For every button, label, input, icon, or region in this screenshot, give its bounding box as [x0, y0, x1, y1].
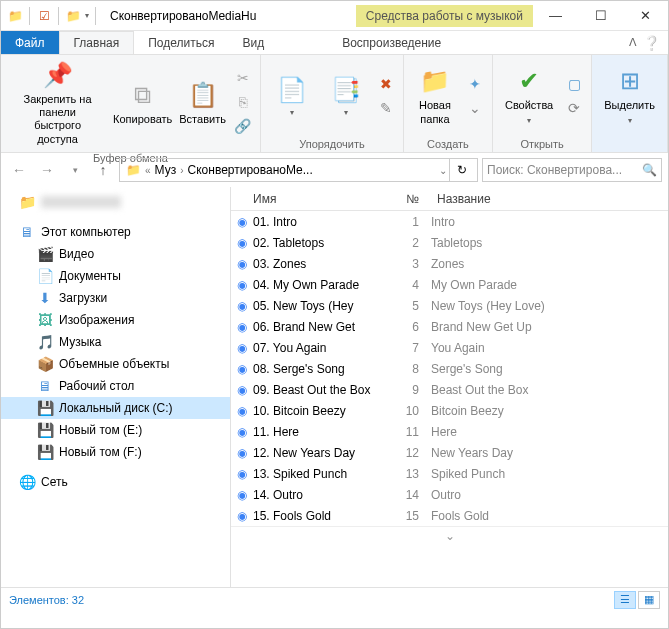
file-list[interactable]: Имя № Название ◉01. Intro1Intro◉02. Tabl…	[231, 187, 668, 587]
audio-file-icon: ◉	[231, 341, 249, 355]
moveto-icon: 📄	[276, 74, 308, 106]
chevron-icon[interactable]: ›	[178, 165, 185, 176]
collapse-ribbon-icon[interactable]: ᐱ	[629, 36, 637, 49]
file-name: 11. Here	[249, 425, 391, 439]
tree-item-desktop[interactable]: 🖥 Рабочий стол	[1, 375, 230, 397]
file-rows: ◉01. Intro1Intro◉02. Tabletops2Tabletops…	[231, 211, 668, 526]
picture-icon: 🖼	[37, 312, 53, 328]
easy-access-icon[interactable]: ⌄	[464, 97, 486, 119]
breadcrumb-seg[interactable]: Муз	[153, 163, 179, 177]
maximize-button[interactable]: ☐	[578, 1, 623, 31]
column-number[interactable]: №	[391, 192, 431, 206]
file-row[interactable]: ◉08. Serge's Song8Serge's Song	[231, 358, 668, 379]
icons-view-button[interactable]: ▦	[638, 591, 660, 609]
close-button[interactable]: ✕	[623, 1, 668, 31]
search-box[interactable]: Поиск: Сконвертирова... 🔍	[482, 158, 662, 182]
paste-button[interactable]: 📋 Вставить	[177, 77, 228, 128]
file-row[interactable]: ◉13. Spiked Punch13Spiked Punch	[231, 463, 668, 484]
minimize-button[interactable]: —	[533, 1, 578, 31]
tree-item-videos[interactable]: 🎬 Видео	[1, 243, 230, 265]
chevron-down-icon: ▾	[290, 108, 294, 117]
up-button[interactable]: ↑	[91, 158, 115, 182]
file-name: 09. Beast Out the Box	[249, 383, 391, 397]
copy-button[interactable]: ⧉ Копировать	[112, 77, 173, 128]
copy-path-icon[interactable]: ⎘	[232, 91, 254, 113]
refresh-button[interactable]: ↻	[449, 159, 473, 181]
chevron-icon[interactable]: ⌄	[437, 165, 449, 176]
open-icon[interactable]: ▢	[563, 73, 585, 95]
file-row[interactable]: ◉05. New Toys (Hey5New Toys (Hey Love)	[231, 295, 668, 316]
file-row[interactable]: ◉02. Tabletops2Tabletops	[231, 232, 668, 253]
recent-dropdown[interactable]: ▾	[63, 158, 87, 182]
file-row[interactable]: ◉12. New Years Day12New Years Day	[231, 442, 668, 463]
select-button[interactable]: ⊞ Выделить ▾	[598, 63, 661, 127]
file-title: Intro	[431, 215, 668, 229]
breadcrumb-seg[interactable]: СконвертированоМе...	[186, 163, 315, 177]
tab-view[interactable]: Вид	[228, 31, 278, 54]
file-title: You Again	[431, 341, 668, 355]
paste-icon: 📋	[187, 79, 219, 111]
tree-item-local-disk[interactable]: 💾 Локальный диск (C:)	[1, 397, 230, 419]
back-button[interactable]: ←	[7, 158, 31, 182]
tab-playback[interactable]: Воспроизведение	[328, 31, 455, 54]
tree-item-3dobjects[interactable]: 📦 Объемные объекты	[1, 353, 230, 375]
tree-item-documents[interactable]: 📄 Документы	[1, 265, 230, 287]
scroll-indicator[interactable]: ⌄	[231, 526, 668, 544]
chevron-icon[interactable]: «	[143, 165, 153, 176]
column-headers: Имя № Название	[231, 187, 668, 211]
tab-share[interactable]: Поделиться	[134, 31, 228, 54]
file-name: 04. My Own Parade	[249, 278, 391, 292]
tree-item[interactable]: 📁	[1, 191, 230, 213]
tree-item-this-pc[interactable]: 🖥 Этот компьютер	[1, 221, 230, 243]
pin-icon: 📌	[42, 59, 74, 91]
forward-button[interactable]: →	[35, 158, 59, 182]
ribbon: 📌 Закрепить на панели быстрого доступа ⧉…	[1, 55, 668, 153]
tab-main[interactable]: Главная	[59, 31, 135, 54]
titlebar: 📁 ☑ 📁 ▾ СконвертированоMediaHu Средства …	[1, 1, 668, 31]
audio-file-icon: ◉	[231, 446, 249, 460]
column-name[interactable]: Имя	[231, 192, 391, 206]
details-view-button[interactable]: ☰	[614, 591, 636, 609]
tree-item-pictures[interactable]: 🖼 Изображения	[1, 309, 230, 331]
file-title: Spiked Punch	[431, 467, 668, 481]
tree-item-music[interactable]: 🎵 Музыка	[1, 331, 230, 353]
file-row[interactable]: ◉10. Bitcoin Beezy10Bitcoin Beezy	[231, 400, 668, 421]
moveto-button[interactable]: 📄 ▾	[267, 72, 317, 119]
properties-button[interactable]: ✔ Свойства ▾	[499, 63, 559, 127]
file-row[interactable]: ◉03. Zones3Zones	[231, 253, 668, 274]
file-row[interactable]: ◉06. Brand New Get6Brand New Get Up	[231, 316, 668, 337]
history-icon[interactable]: ⟳	[563, 97, 585, 119]
tab-file[interactable]: Файл	[1, 31, 59, 54]
qat-dropdown[interactable]: ▾	[85, 11, 89, 20]
new-folder-button[interactable]: 📁 Новая папка	[410, 63, 460, 127]
new-item-icon[interactable]: ✦	[464, 73, 486, 95]
help-icon[interactable]: ❔	[643, 35, 660, 51]
pin-quickaccess-button[interactable]: 📌 Закрепить на панели быстрого доступа	[7, 57, 108, 148]
rename-icon[interactable]: ✎	[375, 97, 397, 119]
disk-icon: 💾	[37, 400, 53, 416]
column-title[interactable]: Название	[431, 192, 668, 206]
delete-icon[interactable]: ✖	[375, 73, 397, 95]
tree-item-network[interactable]: 🌐 Сеть	[1, 471, 230, 493]
clipboard-extra: ✂ ⎘ 🔗	[232, 67, 254, 137]
tree-item-volume-e[interactable]: 💾 Новый том (E:)	[1, 419, 230, 441]
folder-icon[interactable]: 📁	[65, 8, 81, 24]
file-title: New Toys (Hey Love)	[431, 299, 668, 313]
paste-shortcut-icon[interactable]: 🔗	[232, 115, 254, 137]
file-row[interactable]: ◉04. My Own Parade4My Own Parade	[231, 274, 668, 295]
separator	[29, 7, 30, 25]
copyto-button[interactable]: 📑 ▾	[321, 72, 371, 119]
file-row[interactable]: ◉11. Here11Here	[231, 421, 668, 442]
navigation-pane[interactable]: 📁 🖥 Этот компьютер 🎬 Видео 📄 Документы ⬇…	[1, 187, 231, 587]
breadcrumb[interactable]: 📁 « Муз › СконвертированоМе... ⌄ ↻	[119, 158, 478, 182]
checkmark-icon[interactable]: ☑	[36, 8, 52, 24]
file-row[interactable]: ◉09. Beast Out the Box9Beast Out the Box	[231, 379, 668, 400]
file-row[interactable]: ◉15. Fools Gold15Fools Gold	[231, 505, 668, 526]
file-row[interactable]: ◉07. You Again7You Again	[231, 337, 668, 358]
file-row[interactable]: ◉14. Outro14Outro	[231, 484, 668, 505]
file-row[interactable]: ◉01. Intro1Intro	[231, 211, 668, 232]
cut-icon[interactable]: ✂	[232, 67, 254, 89]
tree-item-downloads[interactable]: ⬇ Загрузки	[1, 287, 230, 309]
file-number: 7	[391, 341, 431, 355]
tree-item-volume-f[interactable]: 💾 Новый том (F:)	[1, 441, 230, 463]
